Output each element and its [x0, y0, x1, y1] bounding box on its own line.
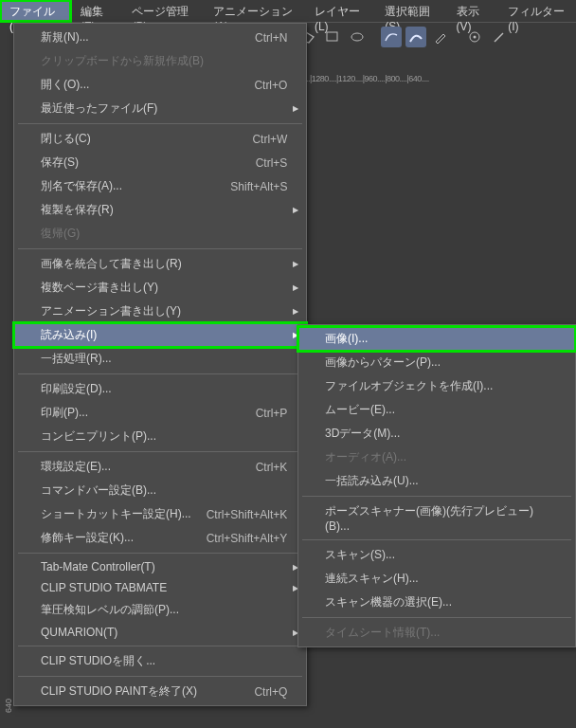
- menu-item-label: コンビニプリント(P)...: [41, 428, 287, 445]
- tool-brush-icon[interactable]: [405, 27, 426, 47]
- file-menu-item: クリップボードから新規作成(B): [14, 49, 306, 73]
- file-menu-separator: [18, 553, 302, 554]
- ruler-tick: |1280....: [310, 74, 336, 87]
- file-menu-item[interactable]: 開く(O)...Ctrl+O: [14, 73, 306, 97]
- file-menu-separator: [18, 646, 302, 646]
- menu-item-shortcut: Ctrl+P: [256, 407, 288, 420]
- file-menu-item[interactable]: 印刷(P)...Ctrl+P: [14, 401, 306, 425]
- file-menu-item: 復帰(G): [14, 222, 306, 246]
- tool-curve-icon[interactable]: [381, 27, 402, 47]
- import-submenu-item: オーディオ(A)...: [298, 446, 575, 469]
- file-menu-item[interactable]: 閉じる(C)Ctrl+W: [14, 127, 306, 151]
- import-submenu-separator: [302, 617, 571, 618]
- import-submenu-separator: [302, 496, 571, 497]
- file-menu-item[interactable]: Tab-Mate Controller(T): [14, 556, 306, 577]
- file-menu-item[interactable]: 筆圧検知レベルの調節(P)...: [14, 598, 306, 622]
- file-menu-separator: [18, 123, 302, 124]
- ruler-tick: |1120....: [336, 74, 363, 87]
- menu-item-label: 複数ページ書き出し(Y): [41, 280, 287, 296]
- menu-item-shortcut: Ctrl+W: [252, 133, 287, 146]
- menu-item-label: 画像からパターン(P)...: [325, 355, 556, 371]
- import-submenu-item[interactable]: ムービー(E)...: [298, 398, 575, 422]
- menu-item-label: 復帰(G): [41, 226, 287, 242]
- tool-edit-icon[interactable]: [489, 27, 510, 47]
- menubar-file[interactable]: ファイル(F): [0, 0, 71, 22]
- menu-item-shortcut: Ctrl+Q: [254, 685, 287, 699]
- menubar-animation[interactable]: アニメーション(A): [204, 0, 305, 22]
- file-menu-item[interactable]: 複数ページ書き出し(Y): [14, 276, 306, 300]
- tool-ellipse-icon[interactable]: [347, 27, 368, 47]
- menu-item-label: ムービー(E)...: [325, 402, 556, 418]
- menu-item-label: スキャン機器の選択(E)...: [325, 594, 556, 610]
- file-menu-separator: [18, 248, 302, 249]
- toolbar: [294, 23, 513, 51]
- import-submenu-item[interactable]: 画像からパターン(P)...: [298, 351, 575, 374]
- file-menu-item[interactable]: 最近使ったファイル(F): [14, 97, 306, 120]
- file-menu-item[interactable]: CLIP STUDIO TABMATE: [14, 577, 306, 598]
- file-menu-item[interactable]: 修飾キー設定(K)...Ctrl+Shift+Alt+Y: [14, 526, 306, 550]
- file-menu-item[interactable]: 読み込み(I): [14, 323, 306, 347]
- import-submenu-item[interactable]: 連続スキャン(H)...: [298, 567, 575, 591]
- import-submenu-item[interactable]: ポーズスキャナー(画像)(先行プレビュー)(B)...: [298, 500, 575, 537]
- file-menu-separator: [18, 373, 302, 374]
- menu-item-label: 最近使ったファイル(F): [41, 100, 287, 117]
- file-menu-item[interactable]: コンビニプリント(P)...: [14, 425, 306, 448]
- menu-item-label: コマンドバー設定(B)...: [41, 482, 287, 499]
- svg-point-3: [474, 36, 477, 39]
- menubar-view[interactable]: 表示(V): [447, 0, 499, 22]
- menu-item-label: クリップボードから新規作成(B): [41, 53, 287, 69]
- import-submenu-item[interactable]: 画像(I)...: [298, 327, 575, 351]
- menu-item-label: 修飾キー設定(K)...: [41, 530, 191, 546]
- menu-item-label: 画像(I)...: [325, 331, 556, 347]
- ruler-tick: |960....: [363, 74, 385, 87]
- import-submenu-item[interactable]: スキャン機器の選択(E)...: [298, 591, 575, 614]
- menu-item-label: 連続スキャン(H)...: [325, 571, 556, 587]
- menu-item-label: 一括処理(R)...: [41, 351, 287, 367]
- import-submenu-item[interactable]: ファイルオブジェクトを作成(I)...: [298, 374, 575, 398]
- file-menu-item[interactable]: 画像を統合して書き出し(R): [14, 252, 306, 276]
- menu-item-label: 3Dデータ(M)...: [325, 426, 556, 442]
- tool-pen-icon[interactable]: [430, 27, 451, 47]
- import-submenu-item: タイムシート情報(T)...: [298, 621, 575, 645]
- file-menu-item[interactable]: 保存(S)Ctrl+S: [14, 151, 306, 174]
- menubar-selection[interactable]: 選択範囲(S): [375, 0, 446, 22]
- horizontal-ruler: 40.... |1280.... |1120.... |960.... |800…: [294, 74, 429, 87]
- ruler-tick: |640....: [406, 74, 428, 87]
- file-menu-item[interactable]: CLIP STUDIO PAINTを終了(X)Ctrl+Q: [14, 680, 306, 703]
- menubar-filter[interactable]: フィルター(I): [498, 0, 576, 22]
- file-menu-item[interactable]: QUMARION(T): [14, 622, 306, 643]
- menubar-edit[interactable]: 編集(E): [71, 0, 123, 22]
- menu-item-label: 印刷(P)...: [41, 405, 241, 421]
- tool-rect-icon[interactable]: [322, 27, 343, 47]
- import-submenu: 画像(I)...画像からパターン(P)...ファイルオブジェクトを作成(I)..…: [297, 324, 576, 647]
- menu-item-label: 画像を統合して書き出し(R): [41, 256, 287, 272]
- import-submenu-separator: [302, 539, 571, 540]
- menubar: ファイル(F) 編集(E) ページ管理(P) アニメーション(A) レイヤー(L…: [0, 0, 576, 23]
- file-menu-item[interactable]: CLIP STUDIOを開く...: [14, 649, 306, 673]
- file-menu-item[interactable]: 一括処理(R)...: [14, 347, 306, 371]
- file-menu-item[interactable]: 新規(N)...Ctrl+N: [14, 26, 306, 49]
- tool-spray-icon[interactable]: [464, 27, 485, 47]
- file-menu-item[interactable]: 環境設定(E)...Ctrl+K: [14, 455, 306, 479]
- menu-item-shortcut: Shift+Alt+S: [230, 180, 287, 193]
- menu-item-label: 筆圧検知レベルの調節(P)...: [41, 602, 287, 618]
- file-menu-item[interactable]: ショートカットキー設定(H)...Ctrl+Shift+Alt+K: [14, 502, 306, 526]
- file-menu-separator: [18, 676, 302, 677]
- file-menu-separator: [18, 451, 302, 452]
- import-submenu-item[interactable]: スキャン(S)...: [298, 543, 575, 567]
- menubar-page[interactable]: ページ管理(P): [122, 0, 204, 22]
- menu-item-shortcut: Ctrl+O: [254, 79, 287, 92]
- menu-item-label: 保存(S): [41, 155, 241, 171]
- file-menu-item[interactable]: 複製を保存(R): [14, 198, 306, 222]
- menubar-layer[interactable]: レイヤー(L): [305, 0, 375, 22]
- file-menu-item[interactable]: コマンドバー設定(B)...: [14, 479, 306, 502]
- file-menu-item[interactable]: アニメーション書き出し(Y): [14, 300, 306, 323]
- file-menu-item[interactable]: 別名で保存(A)...Shift+Alt+S: [14, 174, 306, 198]
- import-submenu-item[interactable]: 一括読み込み(U)...: [298, 469, 575, 493]
- menu-item-label: 閉じる(C): [41, 131, 237, 147]
- import-submenu-item[interactable]: 3Dデータ(M)...: [298, 422, 575, 446]
- svg-rect-0: [327, 32, 337, 41]
- file-menu-item[interactable]: 印刷設定(D)...: [14, 377, 306, 401]
- menu-item-label: 読み込み(I): [41, 327, 287, 343]
- menu-item-label: 開く(O)...: [41, 77, 239, 93]
